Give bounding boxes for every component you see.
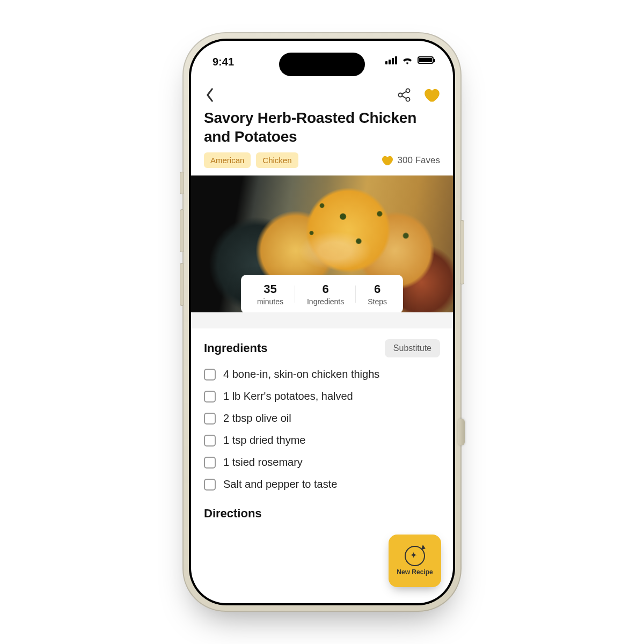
ingredient-item[interactable]: Salt and pepper to taste [204, 478, 440, 491]
ingredient-text: 1 tsied rosemary [223, 456, 303, 469]
favorite-button[interactable] [424, 87, 440, 103]
ingredient-item[interactable]: 4 bone-in, skin-on chicken thighs [204, 368, 440, 380]
svg-point-1 [406, 89, 410, 92]
faves-count: 300 Faves [382, 155, 440, 166]
tag-protein[interactable]: Chicken [256, 152, 298, 168]
phone-frame: 9:41 [182, 32, 462, 612]
hero-spacer [191, 312, 453, 328]
ingredient-item[interactable]: 1 lb Kerr's potatoes, halved [204, 390, 440, 402]
stage: 9:41 [0, 0, 644, 644]
stat-ingredients-value: 6 [322, 282, 328, 296]
checkbox-icon[interactable] [204, 369, 216, 380]
battery-icon [418, 56, 434, 64]
stat-steps: 6 Steps [356, 281, 399, 307]
stat-minutes-label: minutes [257, 297, 283, 306]
tags: American Chicken [204, 152, 298, 168]
phone-mute-switch [180, 172, 184, 194]
faves-label: 300 Faves [398, 155, 440, 166]
share-button[interactable] [396, 87, 412, 103]
wifi-icon [401, 56, 413, 64]
share-icon [397, 87, 412, 103]
meta-row: American Chicken 300 Faves [191, 152, 453, 175]
stat-minutes: 35 minutes [245, 281, 295, 307]
ingredient-item[interactable]: 2 tbsp olive oil [204, 412, 440, 425]
top-actions [396, 87, 440, 103]
checkbox-icon[interactable] [204, 413, 216, 425]
recipe-title: Savory Herb-Roasted Chicken and Potatoes [191, 108, 453, 152]
svg-point-2 [406, 98, 410, 101]
stat-ingredients: 6 Ingredients [295, 281, 356, 307]
substitute-button[interactable]: Substitute [385, 339, 440, 357]
content-scroll[interactable]: Savory Herb-Roasted Chicken and Potatoes… [191, 79, 453, 603]
ingredient-text: 1 tsp dried thyme [223, 434, 305, 447]
stat-steps-value: 6 [374, 282, 380, 296]
svg-point-0 [399, 93, 402, 97]
directions-title: Directions [191, 493, 453, 521]
ingredient-text: 4 bone-in, skin-on chicken thighs [223, 368, 379, 380]
stat-minutes-value: 35 [264, 282, 276, 296]
ingredient-item[interactable]: 1 tsp dried thyme [204, 434, 440, 447]
checkbox-icon[interactable] [204, 435, 216, 447]
phone-power-button [460, 220, 464, 284]
ingredients-section: Ingredients Substitute 4 bone-in, skin-o… [191, 328, 453, 493]
tag-cuisine[interactable]: American [204, 152, 251, 168]
phone-volume-down [180, 263, 184, 306]
stat-card: 35 minutes 6 Ingredients 6 Steps [241, 275, 403, 312]
back-button[interactable] [202, 87, 218, 103]
status-right [385, 56, 434, 64]
heart-small-icon [382, 155, 393, 166]
checkbox-icon[interactable] [204, 457, 216, 469]
chevron-left-icon [205, 87, 215, 103]
screen: 9:41 [191, 41, 453, 603]
ingredients-header: Ingredients Substitute [204, 339, 440, 357]
heart-filled-icon [424, 87, 440, 103]
ingredients-title: Ingredients [204, 341, 268, 355]
phone-side-bump [458, 419, 465, 445]
dynamic-island [279, 53, 365, 76]
cellular-icon [385, 56, 397, 64]
ingredient-text: Salt and pepper to taste [223, 478, 337, 491]
checkbox-icon[interactable] [204, 391, 216, 402]
new-recipe-fab[interactable]: ✦ New Recipe [389, 535, 441, 587]
stat-steps-label: Steps [368, 297, 387, 306]
ingredient-item[interactable]: 1 tsied rosemary [204, 456, 440, 469]
hero-image: 35 minutes 6 Ingredients 6 Steps [191, 175, 453, 312]
refresh-sparkle-icon: ✦ [405, 546, 425, 566]
phone-bezel: 9:41 [189, 39, 455, 605]
checkbox-icon[interactable] [204, 479, 216, 491]
ingredient-text: 1 lb Kerr's potatoes, halved [223, 390, 353, 402]
fab-label: New Recipe [397, 568, 433, 576]
ingredients-list: 4 bone-in, skin-on chicken thighs 1 lb K… [204, 366, 440, 491]
stat-ingredients-label: Ingredients [307, 297, 344, 306]
top-bar [191, 79, 453, 108]
ingredient-text: 2 tbsp olive oil [223, 412, 291, 425]
phone-volume-up [180, 209, 184, 252]
status-time: 9:41 [213, 56, 234, 68]
